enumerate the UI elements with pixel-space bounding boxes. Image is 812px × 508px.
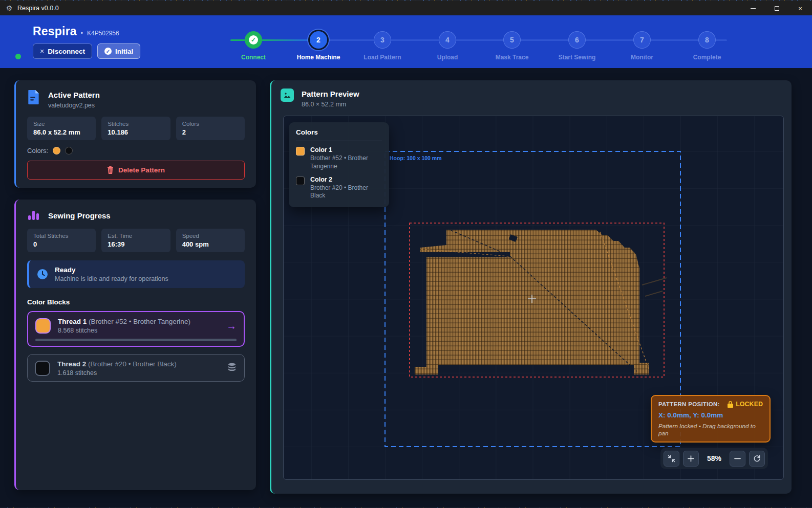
step-connect-label: Connect — [223, 54, 284, 61]
stat-size: Size 86.0 x 52.2 mm — [27, 117, 96, 140]
window-titlebar[interactable]: ⚙ Respira v0.0.0 × — [0, 1, 812, 15]
delete-pattern-button[interactable]: Delete Pattern — [27, 161, 245, 180]
step-home-machine-label: Home Machine — [288, 54, 349, 61]
step-upload-circle[interactable]: 4 — [439, 31, 456, 49]
zoom-level: 58% — [702, 454, 726, 462]
locked-badge[interactable]: LOCKED — [728, 401, 763, 408]
close-icon: × — [798, 5, 802, 12]
step-complete[interactable]: 8 Complete — [676, 31, 738, 61]
bar-chart-icon — [27, 209, 40, 221]
step-start-sewing[interactable]: 6 Start Sewing — [546, 31, 608, 61]
active-pattern-filename: valetudogv2.pes — [48, 102, 100, 109]
step-load-pattern-circle[interactable]: 3 — [374, 31, 391, 49]
machine-status-box: Ready Machine is idle and ready for oper… — [27, 260, 245, 288]
window-title: Respira v0.0.0 — [17, 5, 59, 12]
step-mask-trace[interactable]: 5 Mask Trace — [481, 31, 543, 61]
hoop-label: Hoop: 100 x 100 mm — [390, 155, 442, 161]
stat-est-time-label: Est. Time — [108, 233, 164, 239]
thread-1-stitches: 8.568 stitches — [58, 327, 190, 334]
pattern-coordinates: X: 0.0mm, Y: 0.0mm — [658, 411, 763, 419]
preview-canvas[interactable]: Hoop: 100 x 100 mm Colors Color 1 Brot — [283, 116, 784, 480]
step-monitor-label: Monitor — [611, 54, 673, 61]
thread-2-block[interactable]: Thread 2 (Brother #20 • Brother Black) 1… — [27, 354, 245, 382]
reset-view-button[interactable] — [749, 451, 765, 467]
maximize-icon — [775, 6, 779, 11]
status-description: Machine is idle and ready for operations — [55, 275, 168, 282]
step-load-pattern[interactable]: 3 Load Pattern — [352, 31, 413, 61]
fit-to-screen-icon — [668, 455, 675, 462]
thread-1-block[interactable]: Thread 1 (Brother #52 • Brother Tangerin… — [27, 311, 245, 347]
stat-speed-value: 400 spm — [182, 240, 239, 248]
stat-size-label: Size — [33, 121, 90, 127]
plus-icon — [688, 455, 694, 462]
step-mask-trace-label: Mask Trace — [481, 54, 543, 61]
zoom-out-button[interactable] — [730, 451, 745, 467]
image-icon — [281, 89, 294, 102]
thread-2-title: Thread 2 — [57, 360, 86, 368]
color-swatch-2 — [65, 147, 73, 154]
zoom-in-button[interactable] — [683, 451, 699, 467]
maximize-button[interactable] — [765, 1, 788, 15]
legend-swatch-2 — [296, 176, 305, 185]
legend-item-color-1: Color 1 Brother #52 • Brother Tangerine — [296, 146, 382, 171]
pattern-position-hint: Pattern locked • Drag background to pan — [658, 423, 763, 437]
clock-icon — [37, 269, 48, 280]
legend-name-2: Color 2 — [310, 176, 382, 183]
color-swatch-1 — [53, 147, 60, 154]
stat-total-stitches-value: 0 — [33, 240, 90, 248]
stat-colors: Colors 2 — [176, 117, 245, 140]
thread-2-stitches: 1.618 stitches — [57, 369, 177, 377]
delete-pattern-label: Delete Pattern — [118, 166, 165, 174]
file-icon — [27, 90, 40, 105]
legend-swatch-1 — [296, 147, 305, 156]
step-complete-circle[interactable]: 8 — [698, 31, 716, 49]
thread-1-arrow-icon: → — [226, 320, 237, 332]
stat-total-stitches: Total Stitches 0 — [27, 229, 96, 252]
stat-stitches-value: 10.186 — [108, 128, 164, 136]
active-pattern-card: Active Pattern valetudogv2.pes Size 86.0… — [14, 80, 256, 188]
thread-1-swatch — [35, 318, 51, 334]
stat-stitches-label: Stitches — [108, 121, 164, 127]
colors-legend-panel: Colors Color 1 Brother #52 • Brother Tan… — [289, 122, 389, 207]
pattern-preview-card: Pattern Preview 86.0 × 52.2 mm — [270, 80, 792, 494]
stat-speed: Speed 400 spm — [176, 229, 245, 252]
trash-icon — [107, 166, 114, 174]
step-start-sewing-circle[interactable]: 6 — [568, 31, 586, 49]
refresh-icon — [753, 455, 761, 462]
step-connect[interactable]: ✓ Connect — [223, 31, 284, 61]
sewing-progress-title: Sewing Progress — [48, 210, 111, 220]
legend-title: Colors — [296, 128, 382, 136]
step-complete-label: Complete — [676, 54, 738, 61]
colors-row-label: Colors: — [27, 147, 48, 154]
step-monitor[interactable]: 7 Monitor — [611, 31, 673, 61]
step-load-pattern-label: Load Pattern — [352, 54, 413, 61]
stat-speed-label: Speed — [182, 233, 239, 239]
thread-2-queue-icon — [227, 363, 237, 374]
thread-1-name: Thread 1 (Brother #52 • Brother Tangerin… — [58, 318, 190, 325]
step-upload-label: Upload — [417, 54, 478, 61]
stat-colors-label: Colors — [182, 121, 239, 127]
thread-1-detail: (Brother #52 • Brother Tangerine) — [89, 318, 190, 325]
step-start-sewing-label: Start Sewing — [546, 54, 608, 61]
legend-detail-1: Brother #52 • Brother Tangerine — [310, 154, 382, 171]
minimize-button[interactable] — [741, 1, 765, 15]
fit-to-screen-button[interactable] — [664, 451, 679, 467]
stat-est-time-value: 16:39 — [108, 240, 164, 248]
pattern-preview-title: Pattern Preview — [302, 89, 359, 98]
step-connect-circle[interactable]: ✓ — [245, 31, 262, 49]
step-monitor-circle[interactable]: 7 — [633, 31, 651, 49]
close-button[interactable]: × — [788, 1, 812, 15]
step-home-machine-circle[interactable]: 2 — [310, 31, 327, 49]
status-title: Ready — [55, 266, 168, 274]
step-home-machine[interactable]: 2 Home Machine — [288, 31, 349, 61]
app-header: Respira • K4P502956 × Disconnect ✓ Initi… — [0, 15, 812, 68]
thread-1-progress-bar — [35, 339, 237, 341]
step-mask-trace-circle[interactable]: 5 — [503, 31, 521, 49]
lock-icon — [728, 401, 733, 408]
legend-name-1: Color 1 — [310, 146, 382, 153]
step-upload[interactable]: 4 Upload — [417, 31, 478, 61]
minus-icon — [734, 455, 741, 462]
pattern-preview-dimensions: 86.0 × 52.2 mm — [302, 101, 359, 108]
thread-2-swatch — [35, 361, 50, 376]
active-pattern-title: Active Pattern — [48, 90, 100, 99]
